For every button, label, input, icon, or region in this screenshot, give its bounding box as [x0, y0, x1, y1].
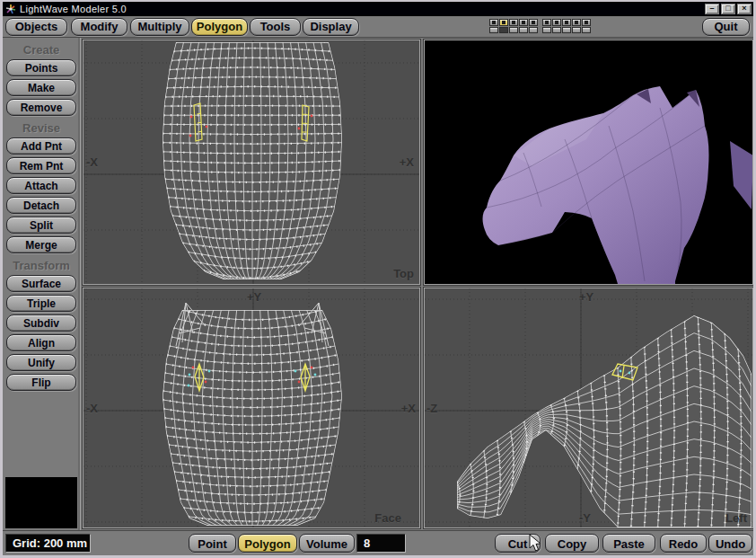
shaded-model	[425, 40, 752, 284]
tab-display[interactable]: Display	[303, 18, 359, 36]
app-icon	[5, 4, 16, 14]
layer-bg-toggle-2[interactable]	[499, 27, 508, 33]
redo-button[interactable]: Redo	[660, 534, 707, 553]
rem-pnt-button[interactable]: Rem Pnt	[6, 157, 76, 174]
tab-modify[interactable]: Modify	[71, 18, 127, 36]
status-bar: Grid: 200 mm Point Polygon Volume 8 Cut …	[3, 530, 753, 555]
mode-polygon-button[interactable]: Polygon	[238, 534, 297, 553]
merge-button[interactable]: Merge	[6, 236, 76, 253]
tab-multiply[interactable]: Multiply	[130, 18, 189, 36]
attach-button[interactable]: Attach	[6, 177, 76, 194]
selection-count-display: 8	[356, 534, 406, 553]
layer-bg-toggle-1[interactable]	[489, 27, 498, 33]
viewport-preview[interactable]	[424, 40, 753, 285]
align-button[interactable]: Align	[6, 334, 76, 351]
layer-toggle-6[interactable]	[542, 19, 551, 26]
layer-toggle-3[interactable]	[509, 19, 518, 26]
add-pnt-button[interactable]: Add Pnt	[6, 137, 76, 155]
layer-toggle-5[interactable]	[529, 19, 538, 26]
section-label-transform: Transform	[3, 259, 80, 272]
section-label-create: Create	[3, 43, 80, 57]
app-window: LightWave Modeler 5.0 – □ × Objects Modi…	[0, 0, 756, 558]
cut-button[interactable]: Cut	[495, 534, 541, 553]
layer-bg-toggle-6[interactable]	[542, 27, 551, 33]
tab-polygon[interactable]: Polygon	[191, 18, 248, 36]
layer-bg-toggle-7[interactable]	[552, 27, 561, 33]
close-icon[interactable]: ×	[737, 4, 752, 14]
surface-button[interactable]: Surface	[6, 275, 76, 292]
title-bar: LightWave Modeler 5.0 – □ ×	[3, 2, 753, 16]
sidebar: Create Points Make Remove Revise Add Pnt…	[3, 38, 81, 530]
layer-toggle-4[interactable]	[519, 19, 528, 26]
detach-button[interactable]: Detach	[6, 197, 76, 214]
tab-objects[interactable]: Objects	[5, 18, 67, 36]
layer-toggle-1[interactable]	[489, 19, 498, 26]
paste-button[interactable]: Paste	[602, 534, 655, 553]
points-button[interactable]: Points	[6, 59, 76, 76]
layer-bg-toggle-3[interactable]	[509, 27, 518, 33]
split-button[interactable]: Split	[6, 217, 76, 234]
surface-preview-box	[5, 477, 77, 528]
layer-bank	[489, 19, 592, 33]
subdiv-button[interactable]: Subdiv	[6, 314, 76, 332]
minimize-icon[interactable]: –	[705, 4, 719, 14]
viewport-side[interactable]: +Y -Z -Y Left	[424, 288, 753, 528]
layer-bg-toggle-8[interactable]	[562, 27, 571, 33]
layer-toggle-9[interactable]	[572, 19, 581, 26]
layer-toggle-7[interactable]	[552, 19, 561, 26]
tab-tools[interactable]: Tools	[250, 18, 301, 36]
layer-bg-toggle-9[interactable]	[572, 27, 581, 33]
window-title: LightWave Modeler 5.0	[20, 4, 127, 14]
quit-button[interactable]: Quit	[702, 18, 750, 36]
menu-bar: Objects Modify Multiply Polygon Tools Di…	[3, 16, 753, 38]
layer-toggle-2[interactable]	[499, 19, 508, 26]
maximize-icon[interactable]: □	[721, 4, 735, 14]
layer-bg-toggle-4[interactable]	[519, 27, 528, 33]
make-button[interactable]: Make	[6, 79, 76, 96]
layer-toggle-10[interactable]	[582, 19, 591, 26]
mode-point-button[interactable]: Point	[189, 534, 236, 553]
flip-button[interactable]: Flip	[6, 374, 76, 391]
mode-volume-button[interactable]: Volume	[299, 534, 355, 553]
layer-bg-toggle-5[interactable]	[529, 27, 538, 33]
copy-button[interactable]: Copy	[545, 534, 599, 553]
undo-button[interactable]: Undo	[708, 534, 752, 553]
section-label-revise: Revise	[3, 121, 80, 135]
grid-size-display: Grid: 200 mm	[5, 534, 91, 553]
remove-button[interactable]: Remove	[6, 99, 76, 116]
viewport-top[interactable]: -X +X Top	[83, 40, 420, 285]
triple-button[interactable]: Triple	[6, 295, 76, 312]
unify-button[interactable]: Unify	[6, 354, 76, 371]
viewport-face[interactable]: +Y -X +X Face	[83, 288, 420, 528]
layer-toggle-8[interactable]	[562, 19, 571, 26]
layer-bg-toggle-10[interactable]	[582, 27, 591, 33]
